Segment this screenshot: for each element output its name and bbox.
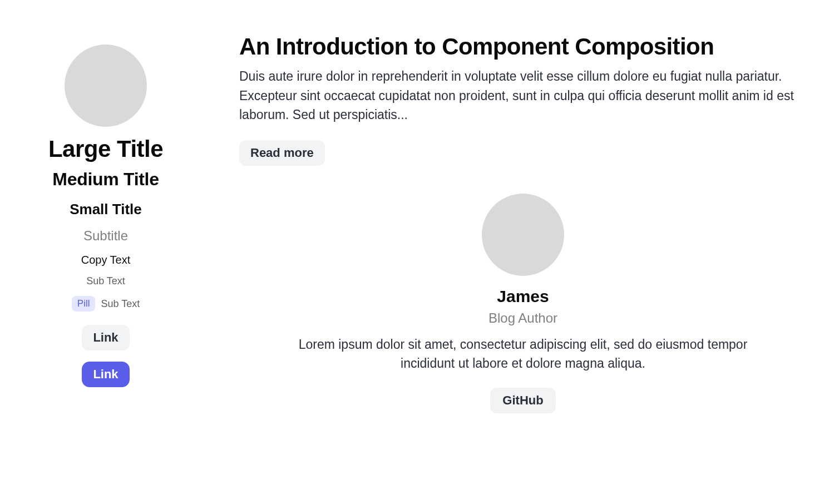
pill-badge: Pill — [72, 296, 96, 312]
avatar-placeholder — [65, 45, 147, 127]
read-more-button[interactable]: Read more — [239, 140, 325, 166]
author-bio: Lorem ipsum dolor sit amet, consectetur … — [278, 335, 768, 373]
author-card: James Blog Author Lorem ipsum dolor sit … — [239, 194, 807, 413]
article-body: Duis aute irure dolor in reprehenderit i… — [239, 67, 807, 125]
medium-title-sample: Medium Title — [52, 169, 159, 190]
sub-text-sample: Sub Text — [86, 275, 125, 287]
author-name: James — [497, 287, 549, 306]
sub-text-sample-2: Sub Text — [101, 298, 140, 310]
typography-showcase: Large Title Medium Title Small Title Sub… — [28, 33, 184, 413]
author-role: Blog Author — [488, 310, 557, 326]
github-button[interactable]: GitHub — [490, 388, 555, 413]
subtitle-sample: Subtitle — [83, 228, 128, 244]
link-button-primary[interactable]: Link — [82, 362, 129, 387]
article-title: An Introduction to Component Composition — [239, 33, 807, 60]
large-title-sample: Large Title — [48, 136, 163, 162]
pill-row: Pill Sub Text — [72, 296, 140, 312]
small-title-sample: Small Title — [70, 201, 142, 218]
content-column: An Introduction to Component Composition… — [239, 33, 807, 413]
link-button-light[interactable]: Link — [82, 325, 129, 350]
author-avatar — [482, 194, 564, 276]
copy-text-sample: Copy Text — [81, 254, 131, 266]
